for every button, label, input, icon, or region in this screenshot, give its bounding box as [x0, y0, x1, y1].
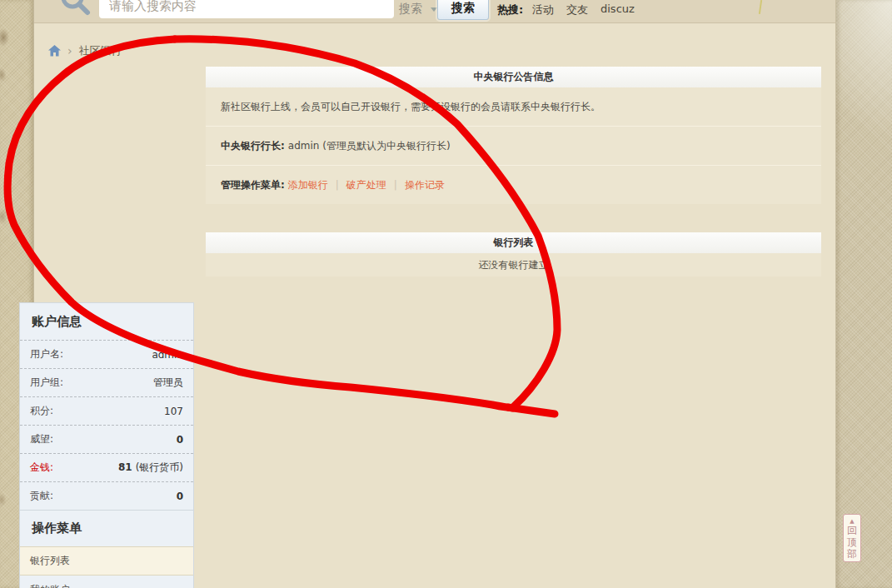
- row-value: 81: [118, 461, 132, 473]
- breadcrumb-current[interactable]: 社区银行: [79, 43, 122, 58]
- search-scope-dropdown[interactable]: 搜索: [399, 2, 422, 17]
- main-column: 中央银行公告信息 新社区银行上线，会员可以自己开设银行，需要开设银行的会员请联系…: [206, 67, 821, 277]
- search-input[interactable]: [99, 0, 394, 18]
- bank-list-empty-row: 还没有银行建立: [206, 253, 821, 277]
- row-value: 0: [177, 491, 183, 502]
- chevron-down-icon: [431, 7, 437, 12]
- hot-link-friends[interactable]: 交友: [566, 2, 588, 17]
- row-label: 用户组:: [30, 376, 63, 390]
- row-label: 威望:: [30, 432, 53, 446]
- account-row-username: 用户名: admin: [20, 340, 193, 368]
- row-label: 积分:: [30, 404, 53, 418]
- search-icon: [57, 0, 94, 22]
- row-value: 0: [177, 434, 183, 446]
- link-separator: |: [394, 179, 397, 191]
- announcement-president-row: 中央银行行长: admin (管理员默认为中央银行行长): [206, 126, 821, 165]
- account-row-usergroup: 用户组: 管理员: [20, 368, 193, 396]
- section-gap: [206, 204, 821, 232]
- president-label: 中央银行行长:: [221, 139, 285, 153]
- search-button[interactable]: 搜索: [437, 0, 489, 20]
- admin-menu-label: 管理操作菜单:: [221, 178, 285, 192]
- row-value: 107: [164, 406, 183, 417]
- account-row-contribution: 贡献: 0: [20, 481, 193, 510]
- home-icon[interactable]: [48, 45, 61, 57]
- page: 搜索 搜索 热搜: 活动 交友 discuz › 社区银行 中央银行公告信息: [0, 0, 892, 588]
- account-info-title: 账户信息: [20, 303, 193, 340]
- announcement-table: 新社区银行上线，会员可以自己开设银行，需要开设银行的会员请联系中央银行行长。 中…: [206, 87, 821, 204]
- back-to-top-label: 回顶部: [847, 525, 858, 560]
- texture-scratch: [759, 0, 762, 14]
- president-value: admin (管理员默认为中央银行行长): [288, 139, 451, 153]
- page-right-margin: [836, 0, 892, 588]
- account-row-credits: 积分: 107: [20, 396, 193, 425]
- menu-item-bank-list[interactable]: 银行列表: [20, 546, 193, 576]
- arrow-up-icon: ▲: [850, 518, 854, 525]
- money-unit-suffix: (银行货币): [136, 461, 183, 473]
- bankruptcy-link[interactable]: 破产处理: [346, 178, 386, 192]
- hot-link-discuz[interactable]: discuz: [600, 2, 635, 17]
- breadcrumb: › 社区银行: [48, 43, 122, 58]
- announcement-header: 中央银行公告信息: [206, 67, 821, 87]
- back-to-top-button[interactable]: ▲ 回顶部: [843, 514, 861, 562]
- admin-menu-row: 管理操作菜单: 添加银行 | 破产处理 | 操作记录: [206, 165, 821, 204]
- hot-search-links: 活动 交友 discuz: [532, 2, 635, 17]
- account-row-prestige: 威望: 0: [20, 425, 193, 453]
- announcement-intro-text: 新社区银行上线，会员可以自己开设银行，需要开设银行的会员请联系中央银行行长。: [221, 100, 600, 114]
- hot-link-activity[interactable]: 活动: [532, 2, 554, 17]
- account-row-money: 金钱: 81(银行货币): [20, 453, 193, 481]
- breadcrumb-separator: ›: [67, 44, 72, 57]
- search-bar: 搜索 搜索 热搜: 活动 交友 discuz: [34, 0, 835, 23]
- bank-list-header: 银行列表: [206, 232, 821, 253]
- row-value: 管理员: [153, 376, 183, 390]
- row-label: 贡献:: [30, 489, 53, 503]
- row-label: 用户名:: [30, 347, 63, 361]
- account-sidebar: 账户信息 用户名: admin 用户组: 管理员 积分: 107 威望: 0 金…: [19, 302, 194, 588]
- action-menu-title: 操作菜单: [20, 510, 193, 546]
- row-label-money: 金钱:: [30, 461, 53, 475]
- operation-log-link[interactable]: 操作记录: [405, 178, 445, 192]
- add-bank-link[interactable]: 添加银行: [288, 178, 328, 192]
- menu-item-my-account[interactable]: 我的账户: [20, 576, 193, 588]
- hot-search-label: 热搜:: [497, 2, 523, 17]
- row-value: admin: [152, 349, 183, 361]
- link-separator: |: [336, 179, 339, 191]
- announcement-intro-row: 新社区银行上线，会员可以自己开设银行，需要开设银行的会员请联系中央银行行长。: [206, 87, 821, 126]
